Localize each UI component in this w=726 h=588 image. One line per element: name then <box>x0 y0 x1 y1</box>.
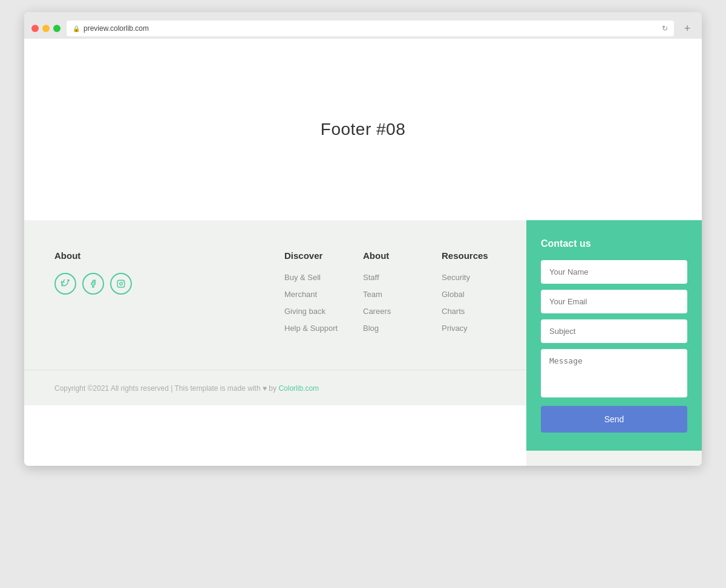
staff-link[interactable]: Staff <box>363 273 379 282</box>
email-input[interactable] <box>541 290 687 313</box>
team-link[interactable]: Team <box>363 290 382 299</box>
footer: About <box>24 220 702 466</box>
help-support-link[interactable]: Help & Support <box>284 324 338 333</box>
page-title: Footer #08 <box>321 120 405 139</box>
minimize-button[interactable] <box>42 25 50 32</box>
about-nav-title: About <box>363 250 417 261</box>
discover-column: Discover Buy & Sell Merchant Giving back… <box>284 250 339 339</box>
maximize-button[interactable] <box>53 25 60 32</box>
privacy-link[interactable]: Privacy <box>442 324 468 333</box>
blog-link[interactable]: Blog <box>363 324 379 333</box>
svg-rect-0 <box>117 280 125 287</box>
giving-back-link[interactable]: Giving back <box>284 307 325 316</box>
buy-sell-link[interactable]: Buy & Sell <box>284 273 321 282</box>
footer-bottom: Copyright ©2021 All rights reserved | Th… <box>24 370 526 405</box>
careers-link[interactable]: Careers <box>363 307 391 316</box>
list-item: Giving back <box>284 305 339 316</box>
list-item: Privacy <box>442 322 496 333</box>
colorlib-link[interactable]: Colorlib.com <box>278 384 319 393</box>
footer-about-column: About <box>54 250 260 339</box>
footer-left-content: About <box>24 220 526 466</box>
list-item: Careers <box>363 305 417 316</box>
list-item: Security <box>442 272 496 283</box>
traffic-lights <box>31 25 60 32</box>
below-footer-space <box>24 405 526 466</box>
browser-chrome: 🔒 preview.colorlib.com ↻ + <box>24 12 702 39</box>
facebook-icon[interactable] <box>82 273 104 295</box>
resources-links: Security Global Charts Privacy <box>442 272 496 333</box>
global-link[interactable]: Global <box>442 290 465 299</box>
list-item: Team <box>363 289 417 299</box>
resources-column: Resources Security Global Charts Privacy <box>442 250 496 339</box>
footer-nav-columns: Discover Buy & Sell Merchant Giving back… <box>284 250 496 339</box>
social-icons <box>54 273 260 295</box>
refresh-icon[interactable]: ↻ <box>662 24 668 33</box>
merchant-link[interactable]: Merchant <box>284 290 317 299</box>
close-button[interactable] <box>31 25 39 32</box>
resources-title: Resources <box>442 250 496 261</box>
contact-form: Send <box>541 260 687 433</box>
name-input[interactable] <box>541 260 687 284</box>
list-item: Buy & Sell <box>284 272 339 283</box>
instagram-icon[interactable] <box>110 273 132 295</box>
charts-link[interactable]: Charts <box>442 307 465 316</box>
list-item: Help & Support <box>284 322 339 333</box>
security-link[interactable]: Security <box>442 273 470 282</box>
new-tab-button[interactable]: + <box>680 21 695 36</box>
subject-input[interactable] <box>541 319 687 343</box>
about-title: About <box>54 250 260 261</box>
list-item: Blog <box>363 322 417 333</box>
lock-icon: 🔒 <box>73 25 80 32</box>
discover-title: Discover <box>284 250 339 261</box>
footer-main: About <box>24 220 526 370</box>
list-item: Charts <box>442 305 496 316</box>
contact-title: Contact us <box>541 238 687 249</box>
browser-window: 🔒 preview.colorlib.com ↻ + Footer #08 Ab… <box>24 12 702 466</box>
contact-panel: Contact us Send <box>526 220 702 451</box>
discover-links: Buy & Sell Merchant Giving back Help & S… <box>284 272 339 333</box>
copyright-text: Copyright ©2021 All rights reserved | Th… <box>54 384 319 393</box>
list-item: Global <box>442 289 496 299</box>
address-bar[interactable]: 🔒 preview.colorlib.com ↻ <box>67 21 674 36</box>
url-text: preview.colorlib.com <box>83 24 149 33</box>
about-links: Staff Team Careers Blog <box>363 272 417 333</box>
hero-section: Footer #08 <box>24 39 702 220</box>
send-button[interactable]: Send <box>541 406 687 433</box>
twitter-icon[interactable] <box>54 273 76 295</box>
list-item: Merchant <box>284 289 339 299</box>
page-content: Footer #08 About <box>24 39 702 466</box>
message-input[interactable] <box>541 349 687 397</box>
list-item: Staff <box>363 272 417 283</box>
about-column: About Staff Team Careers Blog <box>363 250 417 339</box>
